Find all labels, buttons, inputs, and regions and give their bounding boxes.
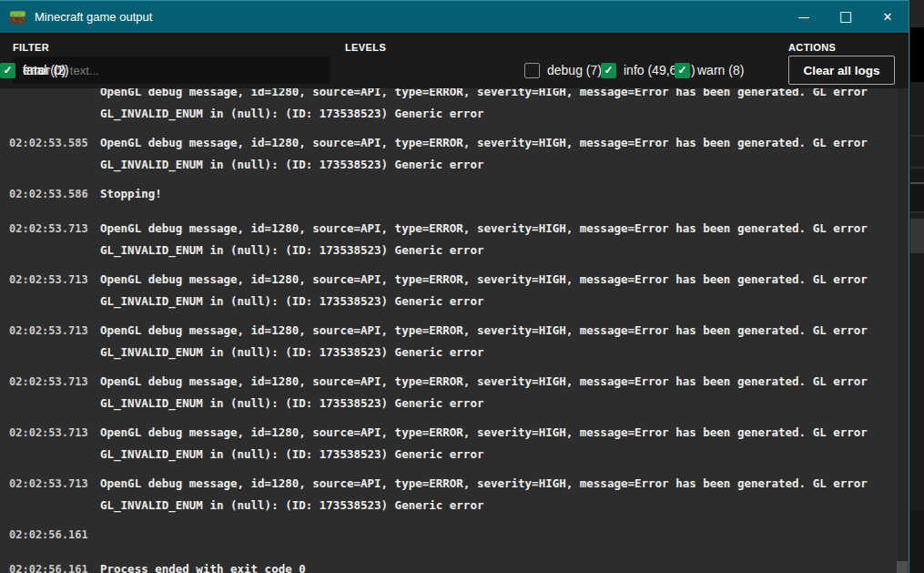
close-button[interactable]: ✕ — [867, 1, 909, 33]
log-line: GL_INVALID_ENUM in (null): (ID: 17353852… — [100, 291, 909, 312]
log-line: OpenGL debug message, id=1280, source=AP… — [100, 269, 909, 291]
log-timestamp: 02:02:53.713 — [0, 473, 100, 517]
levels-heading: LEVELS — [345, 42, 386, 53]
log-timestamp: 02:02:53.713 — [0, 422, 100, 466]
log-entry: 02:02:53.713 OpenGL debug message, id=12… — [0, 214, 909, 265]
log-timestamp — [0, 88, 100, 125]
log-message: Stopping! — [100, 183, 909, 205]
toolbar: FILTER LEVELS ✓ debug (7) ✓ info (49,621… — [0, 33, 909, 88]
minecraft-grass-block-icon — [9, 8, 26, 26]
log-entry: 02:02:56.161 — [0, 520, 909, 555]
log-entry: 02:02:53.713 OpenGL debug message, id=12… — [0, 469, 909, 520]
log-timestamp: 02:02:53.713 — [0, 269, 100, 312]
level-checkbox-item[interactable]: ✓ debug (7) — [524, 58, 602, 82]
log-line: GL_INVALID_ENUM in (null): (ID: 17353852… — [100, 103, 909, 125]
log-timestamp: 02:02:53.713 — [0, 320, 100, 363]
title-bar: Minecraft game output — □ ✕ — [0, 0, 909, 33]
log-line: OpenGL debug message, id=1280, source=AP… — [100, 218, 909, 240]
log-entry: 02:02:53.713 OpenGL debug message, id=12… — [0, 418, 909, 469]
log-timestamp: 02:02:56.161 — [0, 524, 100, 546]
actions-heading: ACTIONS — [788, 42, 836, 53]
background-segment — [910, 167, 924, 169]
log-line: GL_INVALID_ENUM in (null): (ID: 17353852… — [100, 393, 909, 414]
log-message: OpenGL debug message, id=1280, source=AP… — [100, 269, 909, 312]
log-message: OpenGL debug message, id=1280, source=AP… — [100, 88, 909, 125]
log-line: OpenGL debug message, id=1280, source=AP… — [100, 132, 909, 154]
log-entry: 02:02:53.713 OpenGL debug message, id=12… — [0, 265, 909, 316]
log-timestamp: 02:02:53.713 — [0, 371, 100, 414]
checkmark-icon: ✓ — [3, 64, 12, 77]
log-message: OpenGL debug message, id=1280, source=AP… — [100, 320, 909, 363]
level-label: debug (7) — [547, 63, 602, 77]
background-window-sliver — [910, 0, 924, 573]
maximize-button[interactable]: □ — [825, 1, 867, 33]
minimize-button[interactable]: — — [783, 1, 825, 33]
log-message: OpenGL debug message, id=1280, source=AP… — [100, 473, 909, 517]
background-segment — [910, 169, 924, 182]
background-segment — [910, 135, 924, 137]
level-label: fatal (0) — [23, 63, 66, 77]
log-message: OpenGL debug message, id=1280, source=AP… — [100, 422, 909, 466]
window-title: Minecraft game output — [35, 10, 152, 24]
background-segment — [910, 27, 924, 82]
log-line: OpenGL debug message, id=1280, source=AP… — [100, 422, 909, 444]
log-entry: 02:02:53.713 OpenGL debug message, id=12… — [0, 367, 909, 418]
log-line: GL_INVALID_ENUM in (null): (ID: 17353852… — [100, 342, 909, 363]
log-line: OpenGL debug message, id=1280, source=AP… — [100, 320, 909, 342]
level-checkbox-item[interactable]: ✓ fatal (0) — [0, 58, 66, 82]
background-segment — [910, 510, 924, 573]
log-line: Process ended with exit code 0 — [100, 558, 909, 573]
background-segment — [910, 211, 924, 213]
level-checkbox[interactable]: ✓ — [524, 63, 540, 78]
background-segment — [910, 0, 924, 27]
log-entry: 02:02:53.586 Stopping! — [0, 179, 909, 214]
log-content: OpenGL debug message, id=1280, source=AP… — [0, 88, 909, 573]
checkmark-icon: ✓ — [677, 64, 686, 77]
log-message: OpenGL debug message, id=1280, source=AP… — [100, 132, 909, 176]
clear-all-logs-button[interactable]: Clear all logs — [788, 56, 895, 85]
log-line: OpenGL debug message, id=1280, source=AP… — [100, 88, 909, 103]
log-message: OpenGL debug message, id=1280, source=AP… — [100, 371, 909, 414]
log-scrollbar-thumb[interactable] — [897, 561, 908, 573]
log-entry: 02:02:53.585 OpenGL debug message, id=12… — [0, 128, 909, 179]
log-timestamp: 02:02:56.161 — [0, 558, 100, 573]
level-checkbox-item[interactable]: ✓ warn (8) — [675, 58, 744, 82]
log-entry: OpenGL debug message, id=1280, source=AP… — [0, 88, 909, 128]
level-checkbox[interactable]: ✓ — [0, 63, 15, 78]
log-line: OpenGL debug message, id=1280, source=AP… — [100, 371, 909, 393]
log-viewport[interactable]: OpenGL debug message, id=1280, source=AP… — [0, 88, 909, 573]
log-scrollbar-track[interactable] — [897, 88, 908, 573]
log-timestamp: 02:02:53.585 — [0, 132, 100, 176]
log-message: OpenGL debug message, id=1280, source=AP… — [100, 218, 909, 261]
log-entry: 02:02:56.161 Process ended with exit cod… — [0, 555, 909, 573]
window-controls: — □ ✕ — [783, 1, 909, 33]
background-scrollbar-thumb — [910, 219, 924, 253]
log-line: GL_INVALID_ENUM in (null): (ID: 17353852… — [100, 154, 909, 176]
log-line — [100, 524, 909, 546]
log-line: GL_INVALID_ENUM in (null): (ID: 17353852… — [100, 444, 909, 466]
log-message: Process ended with exit code 0 — [100, 558, 909, 573]
log-line: GL_INVALID_ENUM in (null): (ID: 17353852… — [100, 240, 909, 261]
log-line: Stopping! — [100, 183, 909, 205]
log-message — [100, 524, 909, 546]
log-line: GL_INVALID_ENUM in (null): (ID: 17353852… — [100, 495, 909, 517]
log-timestamp: 02:02:53.713 — [0, 218, 100, 261]
minecraft-output-window: Minecraft game output — □ ✕ FILTER LEVEL… — [0, 0, 909, 573]
background-segment — [910, 184, 924, 211]
log-line: OpenGL debug message, id=1280, source=AP… — [100, 473, 909, 495]
level-label: warn (8) — [697, 63, 744, 77]
level-checkbox[interactable]: ✓ — [601, 63, 616, 78]
level-checkbox[interactable]: ✓ — [675, 63, 690, 78]
log-timestamp: 02:02:53.586 — [0, 183, 100, 205]
checkmark-icon: ✓ — [604, 64, 613, 77]
log-entry: 02:02:53.713 OpenGL debug message, id=12… — [0, 316, 909, 367]
filter-heading: FILTER — [13, 42, 49, 53]
